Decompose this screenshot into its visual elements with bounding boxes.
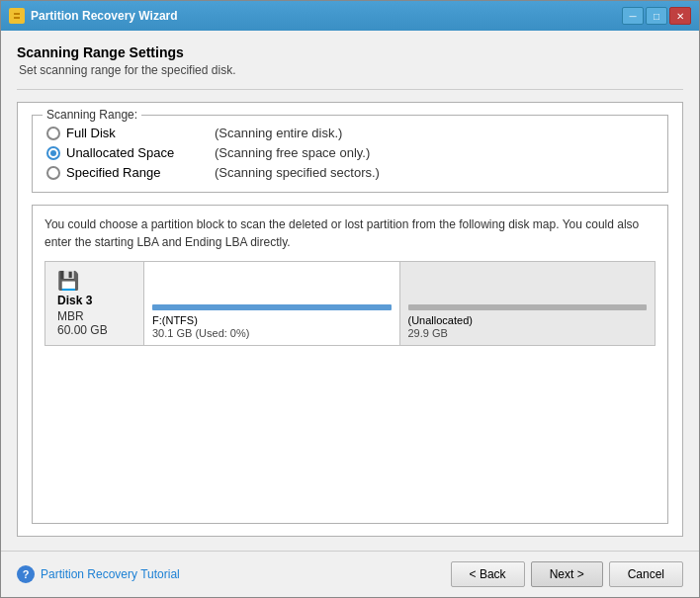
radio-unallocated[interactable]	[46, 146, 60, 160]
scanning-range-legend: Scanning Range:	[43, 108, 141, 122]
disk-type: MBR	[57, 309, 131, 323]
cancel-button[interactable]: Cancel	[609, 561, 683, 587]
radio-label-unallocated: Unallocated Space (Scanning free space o…	[66, 145, 370, 160]
back-button[interactable]: < Back	[451, 561, 525, 587]
page-header: Scanning Range Settings Set scanning ran…	[17, 44, 683, 77]
radio-label-full-disk: Full Disk (Scanning entire disk.)	[66, 126, 342, 140]
scanning-range-group: Scanning Range: Full Disk (Scanning enti…	[32, 115, 668, 193]
disk-size: 60.00 GB	[57, 323, 131, 337]
footer-buttons: < Back Next > Cancel	[451, 561, 683, 587]
partition-name-allocated: F:(NTFS)	[152, 314, 392, 326]
radio-name-unallocated: Unallocated Space	[66, 145, 175, 160]
radio-name-specified: Specified Range	[66, 165, 175, 180]
partition-unallocated[interactable]: (Unallocated) 29.9 GB	[400, 262, 656, 345]
disk-map-container: 💾 Disk 3 MBR 60.00 GB F:(NTFS) 30.1 GB (…	[44, 261, 656, 346]
close-button[interactable]: ✕	[669, 7, 691, 25]
app-icon	[9, 8, 25, 24]
radio-label-specified: Specified Range (Scanning specified sect…	[66, 165, 380, 180]
maximize-button[interactable]: □	[646, 7, 667, 25]
partition-allocated[interactable]: F:(NTFS) 30.1 GB (Used: 0%)	[144, 262, 400, 345]
partition-detail-unallocated: 29.9 GB	[408, 327, 648, 339]
help-icon: ?	[17, 565, 35, 583]
window-title: Partition Recovery Wizard	[31, 9, 622, 23]
partition-bar-allocated	[152, 304, 392, 310]
footer-help: ? Partition Recovery Tutorial	[17, 565, 451, 583]
svg-rect-1	[14, 13, 20, 15]
main-panel: Scanning Range: Full Disk (Scanning enti…	[17, 102, 683, 537]
svg-rect-2	[14, 17, 20, 19]
next-button[interactable]: Next >	[531, 561, 603, 587]
partition-bar-unallocated	[408, 304, 648, 310]
disk-map-panel: You could choose a partition block to sc…	[32, 205, 668, 524]
radio-option-full-disk[interactable]: Full Disk (Scanning entire disk.)	[46, 126, 654, 140]
disk-label: 💾 Disk 3 MBR 60.00 GB	[45, 262, 144, 345]
svg-rect-0	[12, 11, 22, 21]
disk-name: Disk 3	[57, 294, 131, 307]
radio-desc-unallocated: (Scanning free space only.)	[215, 145, 370, 160]
partition-name-unallocated: (Unallocated)	[408, 314, 648, 326]
help-link[interactable]: Partition Recovery Tutorial	[41, 567, 180, 581]
title-bar: Partition Recovery Wizard ─ □ ✕	[1, 1, 699, 31]
radio-desc-specified: (Scanning specified sectors.)	[215, 165, 380, 180]
radio-desc-full-disk: (Scanning entire disk.)	[215, 126, 342, 140]
page-title: Scanning Range Settings	[17, 44, 683, 60]
footer: ? Partition Recovery Tutorial < Back Nex…	[1, 551, 699, 597]
disk-partitions: F:(NTFS) 30.1 GB (Used: 0%) (Unallocated…	[144, 262, 655, 345]
disk-map-info: You could choose a partition block to sc…	[44, 215, 656, 251]
partition-detail-allocated: 30.1 GB (Used: 0%)	[152, 327, 392, 339]
disk-icon: 💾	[57, 270, 131, 292]
main-window: Partition Recovery Wizard ─ □ ✕ Scanning…	[0, 0, 700, 598]
header-divider	[17, 89, 683, 90]
minimize-button[interactable]: ─	[622, 7, 644, 25]
radio-option-specified[interactable]: Specified Range (Scanning specified sect…	[46, 165, 654, 180]
content-area: Scanning Range Settings Set scanning ran…	[1, 31, 699, 551]
title-bar-controls: ─ □ ✕	[622, 7, 691, 25]
radio-specified[interactable]	[46, 166, 60, 180]
radio-name-full-disk: Full Disk	[66, 126, 175, 140]
radio-option-unallocated[interactable]: Unallocated Space (Scanning free space o…	[46, 145, 654, 160]
page-subtitle: Set scanning range for the specified dis…	[19, 63, 683, 77]
radio-full-disk[interactable]	[46, 127, 60, 140]
